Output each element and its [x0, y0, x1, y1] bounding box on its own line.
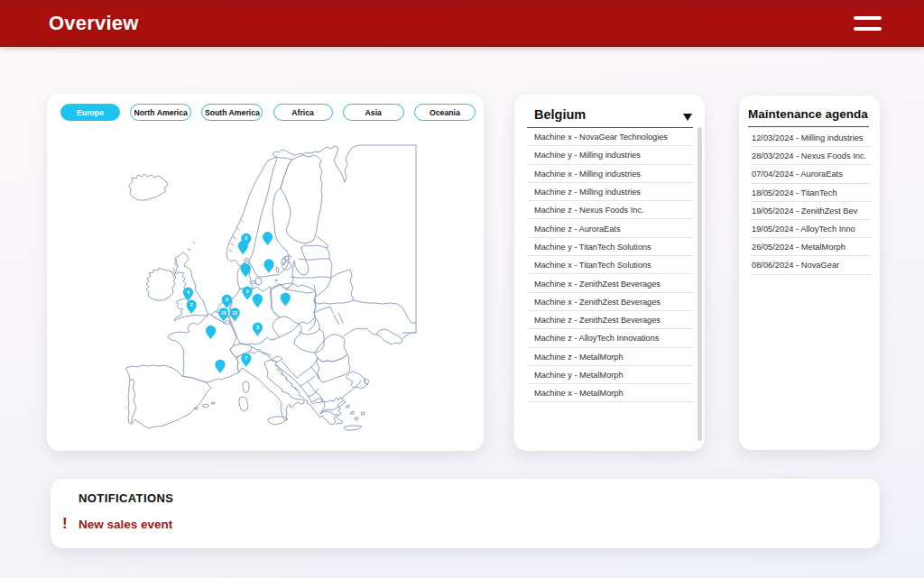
svg-text:2: 2 [190, 302, 193, 307]
svg-text:12: 12 [232, 310, 237, 316]
svg-text:9: 9 [226, 297, 228, 302]
svg-text:7: 7 [245, 355, 247, 361]
svg-text:2: 2 [245, 235, 247, 241]
svg-text:2: 2 [246, 289, 249, 294]
svg-text:15: 15 [221, 310, 226, 316]
svg-text:4: 4 [187, 289, 189, 295]
svg-text:3: 3 [256, 325, 259, 330]
